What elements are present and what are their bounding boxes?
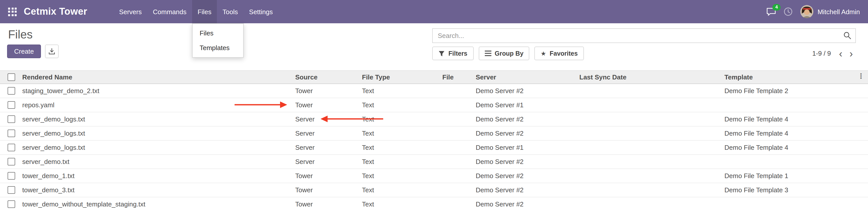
- table-row[interactable]: repos.yaml Tower Text Demo Server #1: [0, 98, 868, 112]
- cell-server: Demo Server #2: [474, 112, 577, 126]
- column-header-source[interactable]: Source: [293, 70, 360, 84]
- cell-server: Demo Server #1: [474, 141, 577, 155]
- app-title[interactable]: Cetmix Tower: [24, 0, 87, 23]
- menu-item-tools[interactable]: Tools: [217, 0, 244, 23]
- row-checkbox[interactable]: [8, 172, 15, 180]
- menu-item-servers[interactable]: Servers: [114, 0, 147, 23]
- messages-button[interactable]: 4: [766, 7, 776, 16]
- download-icon: [49, 48, 55, 55]
- cell-file: [440, 141, 474, 155]
- menu-item-settings[interactable]: Settings: [243, 0, 278, 23]
- column-header-file[interactable]: File: [440, 70, 474, 84]
- table-row[interactable]: staging_tower_demo_2.txt Tower Text Demo…: [0, 84, 868, 98]
- table-row[interactable]: server_demo_logs.txt Server Text Demo Se…: [0, 141, 868, 155]
- activities-button[interactable]: [783, 7, 793, 16]
- cell-template: Demo File Template 4: [722, 112, 868, 126]
- table-row[interactable]: server_demo.txt Server Text Demo Server …: [0, 155, 868, 169]
- cell-file: [440, 126, 474, 141]
- cell-last-sync-date: [577, 98, 722, 112]
- row-checkbox[interactable]: [8, 129, 15, 137]
- cell-server: Demo Server #2: [474, 183, 577, 197]
- main-menu: Servers Commands Files Files Templates T…: [114, 0, 278, 23]
- cell-file: [440, 197, 474, 211]
- filters-button[interactable]: Filters: [432, 47, 473, 60]
- cell-file-type: Text: [360, 112, 440, 126]
- cell-rendered-name: server_demo_logs.txt: [20, 126, 293, 141]
- cell-last-sync-date: [577, 169, 722, 183]
- user-avatar: [800, 5, 813, 18]
- page-title: Files: [8, 28, 33, 41]
- table-row[interactable]: server_demo_logs.txt Server Text Demo Se…: [0, 112, 868, 126]
- row-checkbox[interactable]: [8, 158, 15, 165]
- navbar-right: 4 Mitchell Admin: [766, 0, 868, 23]
- group-by-label: Group By: [495, 50, 524, 57]
- table-row[interactable]: tower_demo_3.txt Tower Text Demo Server …: [0, 183, 868, 197]
- cell-rendered-name: server_demo_logs.txt: [20, 141, 293, 155]
- table-body: staging_tower_demo_2.txt Tower Text Demo…: [0, 84, 868, 211]
- search-input[interactable]: [432, 28, 856, 43]
- table-header-row: Rendered Name Source File Type File Serv…: [0, 70, 868, 84]
- cell-source: Tower: [293, 197, 360, 211]
- cell-server: Demo Server #2: [474, 197, 577, 211]
- column-header-rendered-name[interactable]: Rendered Name: [20, 70, 293, 84]
- search-icon[interactable]: [843, 31, 851, 41]
- cell-source: Tower: [293, 183, 360, 197]
- search-box: [432, 28, 856, 43]
- column-header-file-type[interactable]: File Type: [360, 70, 440, 84]
- menu-item-commands[interactable]: Commands: [147, 0, 192, 23]
- favorites-button[interactable]: ★ Favorites: [535, 47, 584, 60]
- table-row[interactable]: server_demo_logs.txt Server Text Demo Se…: [0, 126, 868, 141]
- cell-source: Tower: [293, 84, 360, 98]
- cell-template: Demo File Template 4: [722, 141, 868, 155]
- column-header-template[interactable]: Template: [722, 70, 868, 84]
- cell-source: Server: [293, 126, 360, 141]
- cell-file-type: Text: [360, 183, 440, 197]
- group-by-button[interactable]: Group By: [478, 47, 530, 60]
- pager-previous-button[interactable]: ‹: [836, 48, 845, 58]
- files-list-table: Rendered Name Source File Type File Serv…: [0, 70, 868, 211]
- cell-rendered-name: tower_demo_3.txt: [20, 183, 293, 197]
- cell-rendered-name: server_demo_logs.txt: [20, 112, 293, 126]
- table-row[interactable]: tower_demo_1.txt Tower Text Demo Server …: [0, 169, 868, 183]
- cell-source: Tower: [293, 98, 360, 112]
- cell-file-type: Text: [360, 126, 440, 141]
- apps-menu-button[interactable]: [0, 0, 24, 23]
- cell-last-sync-date: [577, 126, 722, 141]
- cell-last-sync-date: [577, 141, 722, 155]
- pager-next-button[interactable]: ›: [846, 48, 856, 58]
- action-buttons: Create: [7, 44, 59, 58]
- cell-file-type: Text: [360, 141, 440, 155]
- row-checkbox[interactable]: [8, 144, 15, 151]
- pager: 1-9 / 9 ‹ ›: [812, 47, 856, 60]
- cell-template: Demo File Template 4: [722, 126, 868, 141]
- cell-template: Demo File Template 2: [722, 84, 868, 98]
- row-checkbox[interactable]: [8, 200, 15, 208]
- row-checkbox[interactable]: [8, 101, 15, 109]
- menu-item-files[interactable]: Files Files Templates: [192, 0, 217, 23]
- row-checkbox[interactable]: [8, 115, 15, 123]
- column-header-last-sync-date[interactable]: Last Sync Date: [577, 70, 722, 84]
- user-menu[interactable]: Mitchell Admin: [800, 5, 860, 18]
- dropdown-item-templates[interactable]: Templates: [193, 40, 243, 55]
- cell-last-sync-date: [577, 112, 722, 126]
- row-checkbox[interactable]: [8, 87, 15, 95]
- row-checkbox[interactable]: [8, 186, 15, 194]
- column-header-server[interactable]: Server: [474, 70, 577, 84]
- create-button[interactable]: Create: [7, 44, 41, 58]
- cell-file-type: Text: [360, 197, 440, 211]
- select-all-checkbox[interactable]: [8, 73, 15, 81]
- cell-last-sync-date: [577, 183, 722, 197]
- cell-server: Demo Server #2: [474, 155, 577, 169]
- user-name: Mitchell Admin: [817, 8, 860, 16]
- dropdown-item-files[interactable]: Files: [193, 26, 243, 40]
- cell-rendered-name: repos.yaml: [20, 98, 293, 112]
- cell-last-sync-date: [577, 197, 722, 211]
- export-button[interactable]: [45, 44, 59, 58]
- cell-file-type: Text: [360, 98, 440, 112]
- cell-source: Server: [293, 141, 360, 155]
- cell-source: Tower: [293, 169, 360, 183]
- cell-file: [440, 155, 474, 169]
- favorites-label: Favorites: [550, 50, 578, 57]
- table-row[interactable]: tower_demo_without_template_staging.txt …: [0, 197, 868, 211]
- optional-columns-toggle[interactable]: ⋮: [857, 72, 864, 80]
